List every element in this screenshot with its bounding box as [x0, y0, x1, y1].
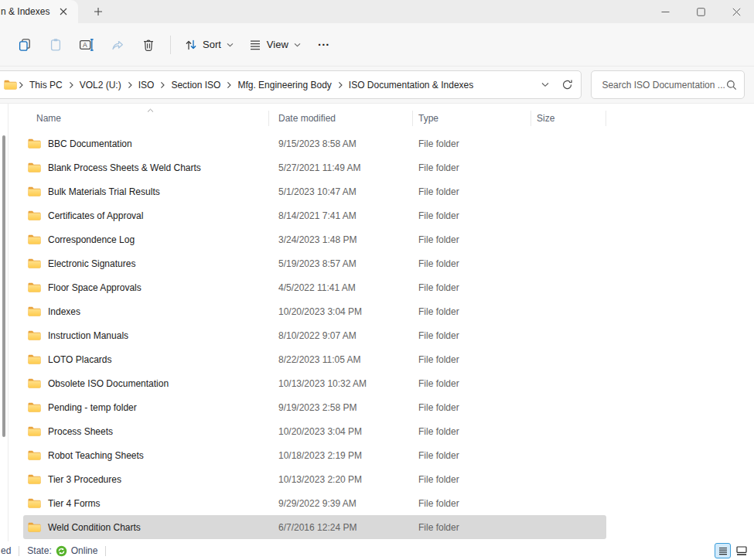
- folder-icon: [28, 498, 41, 508]
- folder-icon: [28, 282, 41, 292]
- address-dropdown-button[interactable]: [534, 74, 556, 96]
- breadcrumb: This PC VOL2 (U:) ISO Section ISO Mfg. E…: [17, 77, 534, 94]
- file-type: File folder: [412, 474, 531, 485]
- share-button[interactable]: [102, 31, 133, 59]
- search-input[interactable]: [600, 79, 726, 91]
- folder-icon: [28, 426, 41, 436]
- file-type: File folder: [412, 426, 531, 437]
- content-view-button[interactable]: [733, 543, 749, 558]
- copy-button[interactable]: [9, 31, 40, 59]
- file-row[interactable]: Weld Condition Charts 6/7/2016 12:24 PM …: [23, 515, 606, 539]
- tab-title: n & Indexes: [1, 6, 52, 17]
- folder-icon: [28, 330, 41, 340]
- explorer-tab[interactable]: n & Indexes: [0, 0, 78, 23]
- details-view-button[interactable]: [715, 543, 731, 558]
- minimize-button[interactable]: [647, 0, 683, 23]
- file-type: File folder: [412, 402, 531, 413]
- file-list-pane: Name Date modified Type Size BBC Documen…: [0, 104, 754, 541]
- file-row[interactable]: LOTO Placards 8/22/2023 11:05 AM File fo…: [23, 347, 606, 371]
- file-row[interactable]: Tier 3 Procedures 10/13/2023 2:20 PM Fil…: [23, 467, 606, 491]
- new-tab-button[interactable]: [90, 3, 107, 20]
- share-icon: [111, 38, 125, 52]
- chevron-right-icon: [17, 81, 25, 89]
- file-date-modified: 10/20/2023 3:04 PM: [268, 426, 412, 437]
- file-row[interactable]: Pending - temp folder 9/19/2023 2:58 PM …: [23, 395, 606, 419]
- close-button[interactable]: [718, 0, 754, 23]
- paste-button[interactable]: [40, 31, 71, 59]
- file-row[interactable]: Bulk Materials Trial Results 5/1/2023 10…: [23, 179, 606, 203]
- file-row[interactable]: Floor Space Approvals 4/5/2022 11:41 AM …: [23, 275, 606, 299]
- file-type: File folder: [412, 306, 531, 317]
- chevron-right-icon: [159, 81, 166, 89]
- copy-icon: [18, 38, 32, 52]
- refresh-icon: [561, 79, 573, 90]
- file-row[interactable]: Process Sheets 10/20/2023 3:04 PM File f…: [23, 419, 606, 443]
- rename-button[interactable]: A: [71, 31, 102, 59]
- file-row[interactable]: BBC Documentation 9/15/2023 8:58 AM File…: [23, 131, 606, 155]
- file-row[interactable]: Robot Teaching Sheets 10/18/2023 2:19 PM…: [23, 443, 606, 467]
- file-date-modified: 8/10/2022 9:07 AM: [268, 330, 412, 341]
- tab-close-icon[interactable]: [56, 5, 70, 19]
- column-header-name[interactable]: Name: [23, 107, 268, 130]
- tab-bar: n & Indexes: [0, 0, 754, 23]
- breadcrumb-item[interactable]: This PC: [25, 77, 67, 94]
- sync-state[interactable]: State: Online: [27, 545, 97, 557]
- content-view-icon: [736, 546, 747, 555]
- file-date-modified: 5/19/2023 8:57 AM: [268, 258, 412, 269]
- file-name: Indexes: [48, 306, 80, 317]
- folder-icon: [28, 234, 41, 244]
- sort-ascending-icon: [147, 104, 154, 115]
- view-icon: [249, 39, 261, 51]
- column-headers: Name Date modified Type Size: [23, 107, 606, 130]
- address-bar[interactable]: This PC VOL2 (U:) ISO Section ISO Mfg. E…: [0, 70, 582, 99]
- file-type: File folder: [412, 450, 531, 461]
- sort-button[interactable]: Sort: [177, 31, 241, 59]
- chevron-right-icon: [336, 81, 344, 89]
- file-row[interactable]: Instruction Manuals 8/10/2022 9:07 AM Fi…: [23, 323, 606, 347]
- column-header-date-modified[interactable]: Date modified: [268, 107, 412, 130]
- file-date-modified: 8/14/2021 7:41 AM: [268, 210, 412, 221]
- column-header-type[interactable]: Type: [412, 107, 531, 130]
- breadcrumb-item[interactable]: ISO: [134, 77, 159, 94]
- file-row[interactable]: Tier 4 Forms 9/29/2022 9:39 AM File fold…: [23, 491, 606, 515]
- file-date-modified: 6/7/2016 12:24 PM: [268, 522, 412, 533]
- file-type: File folder: [412, 522, 531, 533]
- file-name: Instruction Manuals: [48, 330, 128, 341]
- file-row[interactable]: Certificates of Approval 8/14/2021 7:41 …: [23, 203, 606, 227]
- file-date-modified: 5/27/2021 11:49 AM: [268, 162, 412, 173]
- breadcrumb-item[interactable]: ISO Documentation & Indexes: [344, 77, 478, 94]
- rename-icon: A: [79, 38, 94, 52]
- file-type: File folder: [412, 186, 531, 197]
- file-row[interactable]: Blank Process Sheets & Weld Charts 5/27/…: [23, 155, 606, 179]
- search-box: [591, 70, 745, 99]
- file-date-modified: 9/15/2023 8:58 AM: [268, 138, 412, 149]
- paste-icon: [49, 38, 63, 52]
- pane-divider[interactable]: [8, 104, 9, 541]
- file-name: Certificates of Approval: [48, 210, 143, 221]
- file-type: File folder: [412, 258, 531, 269]
- file-date-modified: 4/5/2022 11:41 AM: [268, 282, 412, 293]
- breadcrumb-item[interactable]: Section ISO: [166, 77, 225, 94]
- view-button[interactable]: View: [241, 31, 309, 59]
- see-more-button[interactable]: ...: [309, 31, 339, 59]
- maximize-button[interactable]: [683, 0, 718, 23]
- delete-button[interactable]: [133, 31, 164, 59]
- file-row[interactable]: Correspondence Log 3/24/2023 1:48 PM Fil…: [23, 227, 606, 251]
- file-row[interactable]: Electronic Signatures 5/19/2023 8:57 AM …: [23, 251, 606, 275]
- breadcrumb-item[interactable]: VOL2 (U:): [75, 77, 126, 94]
- breadcrumb-item[interactable]: Mfg. Engineering Body: [233, 77, 336, 94]
- file-date-modified: 5/1/2023 10:47 AM: [268, 186, 412, 197]
- file-name: Obsolete ISO Documentation: [48, 378, 169, 389]
- file-name: Blank Process Sheets & Weld Charts: [48, 162, 201, 173]
- details-view-icon: [718, 547, 728, 555]
- chevron-down-icon: [294, 43, 301, 47]
- file-row[interactable]: Indexes 10/20/2023 3:04 PM File folder: [23, 299, 606, 323]
- nav-scrollbar[interactable]: [2, 135, 5, 437]
- address-row: This PC VOL2 (U:) ISO Section ISO Mfg. E…: [0, 67, 754, 104]
- folder-icon: [28, 354, 41, 364]
- refresh-button[interactable]: [556, 74, 578, 96]
- column-header-size[interactable]: Size: [531, 107, 606, 130]
- command-toolbar: A Sort: [0, 23, 754, 67]
- file-row[interactable]: Obsolete ISO Documentation 10/13/2023 10…: [23, 371, 606, 395]
- file-type: File folder: [412, 138, 531, 149]
